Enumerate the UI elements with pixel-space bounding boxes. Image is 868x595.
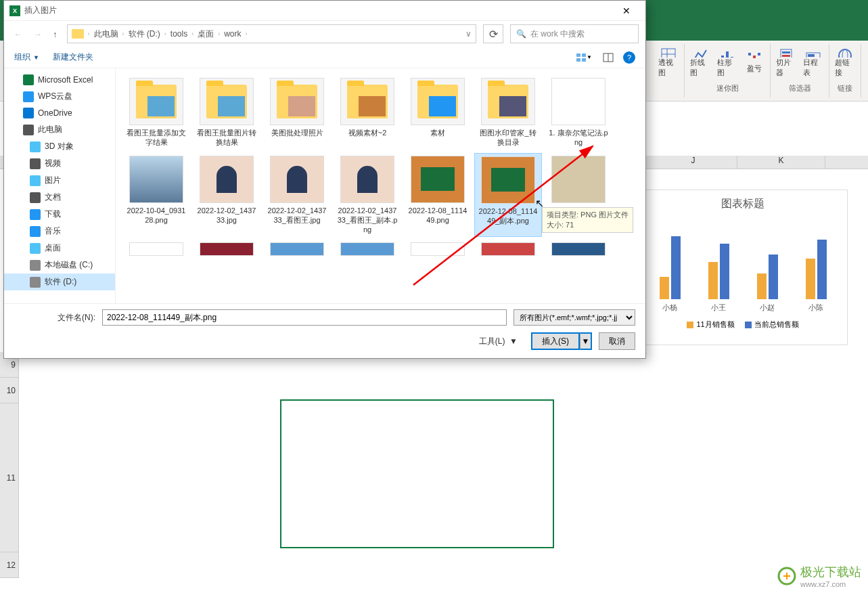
sidebar-item[interactable]: Microsoft Excel [4, 72, 115, 88]
sidebar-item[interactable]: 桌面 [4, 240, 115, 257]
sidebar-item[interactable]: 视频 [4, 155, 115, 172]
sidebar-item[interactable]: 音乐 [4, 223, 115, 240]
refresh-button[interactable]: ⟳ [483, 24, 503, 43]
close-button[interactable]: ✕ [613, 1, 640, 20]
file-thumbnail [200, 78, 254, 125]
disk-icon [30, 277, 41, 288]
file-item[interactable]: 素材 [404, 75, 472, 150]
chart-title: 图表标题 [645, 197, 840, 211]
row-header[interactable]: 12 [0, 552, 19, 578]
sidebar-item[interactable]: OneDrive [4, 105, 115, 121]
file-item[interactable]: 看图王批量图片转换结果 [193, 75, 260, 150]
dialog-title: X 插入图片 [9, 5, 57, 16]
file-item[interactable] [334, 240, 401, 261]
folder-icon [72, 29, 84, 39]
disk-icon [30, 260, 41, 271]
file-thumbnail [270, 156, 324, 203]
file-filter-select[interactable]: 所有图片(*.emf;*.wmf;*.jpg;*.jj [513, 309, 635, 326]
file-item[interactable]: 2022-12-02_143733_看图王.jpg [263, 153, 331, 238]
file-item[interactable]: 2022-12-02_143733_看图王_副本.png [334, 153, 401, 238]
col-header[interactable]: K [737, 156, 825, 169]
svg-rect-19 [582, 58, 586, 62]
svg-rect-10 [782, 51, 790, 53]
row-header[interactable]: 10 [0, 378, 19, 403]
file-thumbnail [340, 78, 394, 125]
3d-icon [30, 141, 41, 152]
sidebar-item[interactable]: 软件 (D:) [4, 273, 115, 290]
chart[interactable]: 图表标题 小杨小王小赵小陈 11月销售额当前总销售额 [638, 190, 848, 345]
file-item[interactable] [263, 240, 331, 261]
sparkline-column-button[interactable]: 柱形图 [717, 47, 737, 78]
file-item[interactable] [474, 240, 542, 261]
sidebar-item[interactable]: 本地磁盘 (C:) [4, 257, 115, 273]
file-grid[interactable]: ↖ 项目类型: PNG 图片文件 大小: 71 看图王批量添加文字结果看图王批量… [116, 68, 645, 303]
up-button[interactable]: ↑ [50, 26, 60, 42]
forward-button[interactable]: → [30, 26, 45, 42]
help-icon[interactable]: ? [623, 51, 635, 64]
file-item[interactable]: 1. 康奈尔笔记法.png [545, 75, 612, 150]
file-thumbnail [481, 78, 535, 125]
sidebar-item[interactable]: WPS云盘 [4, 88, 115, 105]
file-item[interactable]: 2022-12-02_143733.jpg [193, 153, 260, 238]
svg-point-14 [839, 49, 851, 58]
file-item[interactable]: 2022-12-08_111449.png [404, 153, 472, 238]
file-thumbnail [129, 242, 183, 256]
svg-rect-27 [30, 158, 41, 169]
hyperlink-button[interactable]: 超链接 [835, 47, 855, 78]
col-header[interactable]: J [649, 156, 737, 169]
file-name: 2022-12-02_143733_看图王.jpg [266, 206, 328, 225]
file-item[interactable] [193, 240, 260, 261]
new-folder-button[interactable]: 新建文件夹 [53, 51, 93, 63]
organize-button[interactable]: 组织 ▼ [14, 51, 39, 63]
selected-cell[interactable] [280, 399, 554, 548]
file-name: 2022-12-02_143733_看图王_副本.png [336, 206, 398, 235]
sidebar-item[interactable]: 文档 [4, 189, 115, 206]
sparkline-winloss-button[interactable]: 盈亏 [744, 47, 764, 78]
preview-button[interactable] [599, 50, 618, 65]
file-item[interactable]: 图图水印管家_转换目录 [474, 75, 542, 150]
file-item[interactable]: 美图批处理照片 [263, 75, 331, 150]
excel-icon: X [9, 5, 20, 16]
sidebar: Microsoft ExcelWPS云盘OneDrive此电脑3D 对象视频图片… [4, 68, 116, 303]
search-input[interactable]: 🔍 在 work 中搜索 [510, 24, 639, 43]
file-item[interactable]: 2022-12-08_111449_副本.png [474, 153, 542, 238]
timeline-button[interactable]: 日程表 [803, 47, 823, 78]
cancel-button[interactable]: 取消 [599, 332, 635, 350]
file-thumbnail [270, 78, 324, 125]
svg-rect-31 [30, 226, 41, 237]
svg-rect-6 [748, 53, 751, 56]
slicer-button[interactable]: 切片器 [776, 47, 796, 78]
breadcrumb[interactable]: › 此电脑› 软件 (D:)› tools› 桌面› work› ∨ [67, 24, 477, 43]
view-mode-button[interactable]: ▼ [574, 50, 593, 65]
sidebar-item[interactable]: 此电脑 [4, 121, 115, 138]
insert-button[interactable]: 插入(S) [531, 332, 580, 350]
insert-dropdown[interactable]: ▼ [580, 332, 592, 350]
file-item[interactable]: 视频素材~2 [334, 75, 401, 150]
sidebar-item[interactable]: 下载 [4, 206, 115, 223]
file-item[interactable] [404, 240, 472, 261]
sidebar-item[interactable]: 3D 对象 [4, 138, 115, 155]
svg-rect-28 [30, 175, 41, 186]
excel-icon [23, 74, 34, 85]
file-name: 素材 [430, 128, 445, 137]
file-item[interactable]: 看图王批量添加文字结果 [122, 75, 190, 150]
wps-icon [23, 91, 34, 102]
pivot-button[interactable]: 透视图 [658, 47, 679, 78]
file-item[interactable] [545, 240, 612, 261]
svg-point-15 [842, 49, 848, 58]
file-thumbnail [340, 156, 394, 203]
back-button[interactable]: ← [11, 26, 25, 42]
svg-rect-34 [30, 277, 41, 288]
onedrive-icon [23, 108, 34, 118]
file-item[interactable]: 2022-10-04_093128.png [122, 153, 190, 238]
tools-dropdown[interactable]: 工具(L) ▼ [479, 336, 518, 347]
docs-icon [30, 192, 41, 203]
filename-input[interactable] [102, 309, 507, 326]
sparkline-line-button[interactable]: 折线图 [690, 47, 710, 78]
sidebar-item[interactable]: 图片 [4, 172, 115, 189]
insert-picture-dialog: X 插入图片 ✕ ← → ↑ › 此电脑› 软件 (D:)› tools› 桌面… [3, 0, 646, 359]
row-header[interactable]: 11 [0, 403, 19, 552]
file-thumbnail [200, 156, 254, 203]
svg-rect-23 [23, 91, 34, 102]
file-item[interactable] [122, 240, 190, 261]
